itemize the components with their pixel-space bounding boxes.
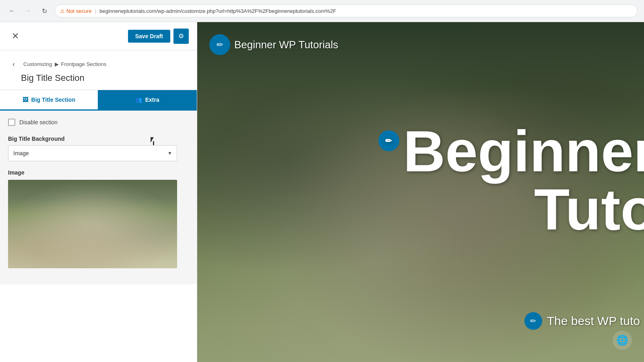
header-edit-button[interactable]: ✏ [209,34,230,55]
separator: | [95,8,96,14]
main-text-edit-button[interactable]: ✏ [378,130,399,151]
globe-icon: 🌐 [613,331,632,350]
preview-header: ✏ Beginner WP Tutorials [209,34,338,55]
subtitle-text: The best WP tuto [547,314,640,328]
disable-section-checkbox[interactable] [8,119,15,126]
main-area: ✕ Save Draft ⚙ ‹ Customizing ▶ Frontpage… [0,22,644,362]
tabs-row: 🖼 Big Title Section 👥 Extra [0,90,197,111]
preview-area: ✏ Beginner WP Tutorials ✏ Beginner Tuto … [197,22,644,362]
site-title: Beginner WP Tutorials [234,39,338,51]
pencil-icon-subtitle: ✏ [530,317,536,325]
disable-section-label: Disable section [19,119,58,125]
bg-form-group: Big Title Background Image Color Video ▼ [8,136,189,161]
breadcrumb-separator: ▶ [55,61,59,67]
bg-select[interactable]: Image Color Video [8,145,177,161]
toolbar-actions: Save Draft ⚙ [128,29,189,44]
close-icon: ✕ [12,31,19,41]
tab-extra[interactable]: 👥 Extra [98,90,197,109]
warning-icon: ⚠ [60,8,65,14]
breadcrumb-section: Frontpage Sections [61,61,107,67]
subtitle-edit-button[interactable]: ✏ [524,312,542,330]
image-icon: 🖼 [23,97,28,103]
url-text: beginnerwptutorials.com/wp-admin/customi… [99,8,336,14]
close-button[interactable]: ✕ [8,29,23,43]
tab-big-title-section[interactable]: 🖼 Big Title Section [0,90,98,109]
preview-subtitle: ✏ The best WP tuto [524,312,640,330]
bg-label: Big Title Background [8,136,189,142]
save-draft-button[interactable]: Save Draft [128,30,170,43]
form-area: Disable section Big Title Background Ima… [0,111,197,284]
customizer-panel: ✕ Save Draft ⚙ ‹ Customizing ▶ Frontpage… [0,22,197,362]
mist-overlay [8,180,177,268]
big-text-line2: Tuto [378,181,644,239]
reload-button[interactable]: ↻ [39,5,50,16]
address-bar[interactable]: ⚠ Not secure | beginnerwptutorials.com/w… [55,4,638,17]
back-arrow-button[interactable]: ‹ [8,58,19,70]
big-text-line1: ✏ Beginner [378,122,644,181]
page-title: Big Title Section [0,70,197,90]
back-button[interactable]: ← [6,5,18,16]
customizer-toolbar: ✕ Save Draft ⚙ [0,22,197,50]
pencil-icon: ✏ [217,40,223,49]
settings-button[interactable]: ⚙ [173,29,189,44]
bg-select-wrapper: Image Color Video ▼ [8,145,177,161]
panel-content[interactable]: ‹ Customizing ▶ Frontpage Sections Big T… [0,50,197,362]
image-form-group: Image [8,169,189,268]
preview-main-text: ✏ Beginner Tuto [378,122,644,239]
add-user-icon: 👥 [135,97,142,103]
breadcrumb: ‹ Customizing ▶ Frontpage Sections [0,50,197,70]
not-secure-indicator: ⚠ Not secure [60,8,92,14]
forward-button[interactable]: → [23,5,34,16]
tab-big-title-label: Big Title Section [31,97,75,103]
image-label: Image [8,169,189,176]
disable-section-row: Disable section [8,119,189,126]
breadcrumb-customizing: Customizing [23,61,52,67]
image-preview[interactable] [8,180,177,268]
gear-icon: ⚙ [178,32,184,40]
tab-extra-label: Extra [145,97,159,103]
pencil-icon-main: ✏ [385,137,392,145]
preview-background: ✏ Beginner WP Tutorials ✏ Beginner Tuto … [197,22,644,362]
browser-chrome: ← → ↻ ⚠ Not secure | beginnerwptutorials… [0,0,644,22]
